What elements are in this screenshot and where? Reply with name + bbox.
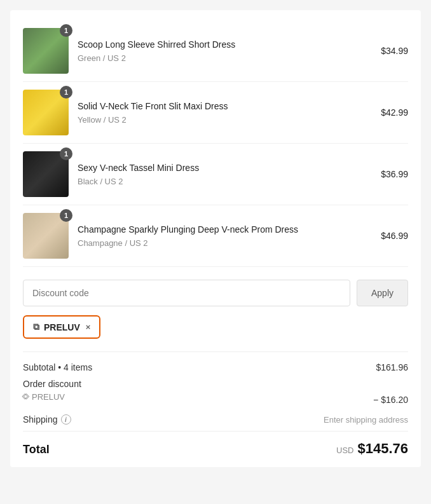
order-discount-label: Order discount	[23, 379, 81, 389]
item-variant: Green / US 2	[78, 53, 372, 63]
item-image-wrap: 1	[23, 28, 69, 74]
item-quantity-badge: 1	[60, 147, 72, 160]
item-variant: Yellow / US 2	[78, 115, 372, 125]
cart-item: 1 Solid V-Neck Tie Front Slit Maxi Dress…	[23, 82, 408, 144]
total-currency: USD	[336, 446, 353, 455]
discount-section: Apply	[23, 280, 408, 306]
coupon-tag: ⧉ PRELUV ×	[23, 315, 100, 339]
order-summary: Subtotal • 4 items $161.96 Order discoun…	[23, 351, 408, 457]
cart-container: 1 Scoop Long Sleeve Shirred Short Dress …	[10, 10, 421, 467]
item-variant: Champagne / US 2	[78, 238, 372, 248]
tag-small-icon: ⧉	[20, 391, 32, 402]
order-discount-section: Order discount ⧉ PRELUV − $16.20	[23, 379, 408, 408]
item-price: $42.99	[381, 107, 408, 118]
item-name: Champagne Sparkly Plunging Deep V-neck P…	[78, 224, 372, 236]
subtotal-row: Subtotal • 4 items $161.96	[23, 362, 408, 372]
item-quantity-badge: 1	[60, 209, 72, 222]
discount-code-input[interactable]	[23, 280, 350, 306]
coupon-remove-button[interactable]: ×	[86, 322, 91, 332]
total-value: $145.76	[357, 440, 408, 457]
cart-item: 1 Champagne Sparkly Plunging Deep V-neck…	[23, 205, 408, 267]
item-image-wrap: 1	[23, 90, 69, 135]
shipping-value: Enter shipping address	[324, 415, 408, 425]
total-value-wrap: USD $145.76	[336, 440, 408, 457]
preluv-coupon-label: ⧉ PRELUV	[23, 392, 65, 402]
item-details: Sexy V-neck Tassel Mini Dress Black / US…	[78, 162, 372, 187]
item-name: Solid V-Neck Tie Front Slit Maxi Dress	[78, 100, 372, 113]
item-name: Sexy V-neck Tassel Mini Dress	[78, 162, 372, 175]
total-label: Total	[23, 443, 50, 456]
item-details: Champagne Sparkly Plunging Deep V-neck P…	[78, 224, 372, 249]
preluv-discount-row: ⧉ PRELUV − $16.20	[23, 392, 408, 408]
item-image-wrap: 1	[23, 151, 69, 197]
item-price: $36.99	[381, 169, 408, 179]
subtotal-label: Subtotal • 4 items	[23, 362, 92, 372]
shipping-row: Shipping i Enter shipping address	[23, 414, 408, 425]
tag-icon: ⧉	[33, 322, 39, 332]
subtotal-value: $161.96	[376, 362, 408, 372]
cart-item: 1 Sexy V-neck Tassel Mini Dress Black / …	[23, 144, 408, 205]
item-variant: Black / US 2	[78, 177, 372, 186]
item-quantity-badge: 1	[60, 24, 72, 37]
item-image-wrap: 1	[23, 213, 69, 259]
cart-items-list: 1 Scoop Long Sleeve Shirred Short Dress …	[23, 20, 408, 267]
item-price: $46.99	[381, 231, 408, 241]
shipping-label: Shipping i	[23, 414, 71, 425]
coupon-code-label: PRELUV	[44, 322, 80, 332]
item-name: Scoop Long Sleeve Shirred Short Dress	[78, 39, 372, 51]
item-price: $34.99	[381, 46, 408, 56]
item-details: Scoop Long Sleeve Shirred Short Dress Gr…	[78, 39, 372, 64]
apply-button[interactable]: Apply	[357, 280, 408, 306]
total-row: Total USD $145.76	[23, 431, 408, 457]
order-discount-header-row: Order discount	[23, 379, 408, 389]
shipping-info-icon[interactable]: i	[61, 414, 71, 425]
cart-item: 1 Scoop Long Sleeve Shirred Short Dress …	[23, 20, 408, 82]
preluv-discount-value: − $16.20	[373, 395, 408, 405]
item-quantity-badge: 1	[60, 86, 72, 99]
item-details: Solid V-Neck Tie Front Slit Maxi Dress Y…	[78, 100, 372, 125]
